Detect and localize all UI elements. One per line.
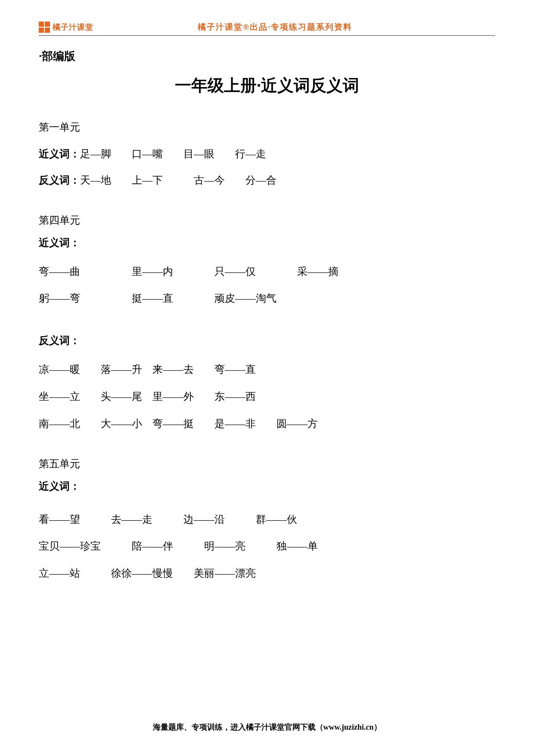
unit5-title: 第五单元 bbox=[39, 457, 495, 471]
unit4-synonym-line2: 躬——弯 挺——直 顽皮——淘气 bbox=[39, 287, 495, 310]
unit5-synonym-line1: 看——望 去——走 边——沿 群——伙 bbox=[39, 508, 495, 531]
unit5-synonym-line2: 宝贝——珍宝 陪——伴 明——亮 独——单 bbox=[39, 535, 495, 558]
unit5-synonym-line3: 立——站 徐徐——慢慢 美丽——漂亮 bbox=[39, 562, 495, 585]
unit4-synonym-line1: 弯——曲 里——内 只——仅 采——摘 bbox=[39, 260, 495, 283]
unit1-title: 第一单元 bbox=[39, 120, 495, 134]
page-header: 橘子汁课堂 橘子汁课堂®出品·专项练习题系列资料 bbox=[39, 22, 495, 36]
unit4-section: 第四单元 近义词： 弯——曲 里——内 只——仅 采——摘 躬——弯 挺——直 … bbox=[39, 213, 495, 435]
header-center-text: 橘子汁课堂®出品·专项练习题系列资料 bbox=[55, 22, 495, 33]
unit5-section: 第五单元 近义词： 看——望 去——走 边——沿 群——伙 宝贝——珍宝 陪——… bbox=[39, 457, 495, 585]
edition-label: ·部编版 bbox=[39, 49, 495, 64]
unit1-synonym-content: 足—脚 口—嘴 目—眼 行—走 bbox=[80, 148, 266, 159]
unit1-synonym-label: 近义词： bbox=[39, 148, 80, 159]
unit4-antonym-line2: 坐——立 头——尾 里——外 东——西 bbox=[39, 385, 495, 408]
unit4-synonym-label: 近义词： bbox=[39, 236, 495, 250]
page-footer: 海量题库、专项训练，进入橘子汁课堂官网下载（www.juzizhi.cn） bbox=[0, 722, 534, 732]
main-title: 一年级上册·近义词反义词 bbox=[39, 75, 495, 97]
unit1-antonym-content: 天—地 上—下 古—今 分—合 bbox=[80, 175, 276, 186]
unit4-antonym-label: 反义词： bbox=[39, 334, 495, 347]
unit1-synonym-row: 近义词：足—脚 口—嘴 目—眼 行—走 bbox=[39, 143, 495, 166]
unit1-antonym-row: 反义词：天—地 上—下 古—今 分—合 bbox=[39, 169, 495, 192]
unit5-synonym-label: 近义词： bbox=[39, 479, 495, 493]
logo-icon bbox=[39, 22, 50, 33]
document-page: 橘子汁课堂 橘子汁课堂®出品·专项练习题系列资料 ·部编版 一年级上册·近义词反… bbox=[0, 0, 534, 756]
unit4-antonym-line3: 南——北 大——小 弯——挺 是——非 圆——方 bbox=[39, 412, 495, 435]
unit1-antonym-label: 反义词： bbox=[39, 174, 80, 186]
unit4-antonym-line1: 凉——暖 落——升 来——去 弯——直 bbox=[39, 358, 495, 381]
unit1-section: 第一单元 近义词：足—脚 口—嘴 目—眼 行—走 反义词：天—地 上—下 古—今… bbox=[39, 120, 495, 192]
unit4-title: 第四单元 bbox=[39, 213, 495, 227]
